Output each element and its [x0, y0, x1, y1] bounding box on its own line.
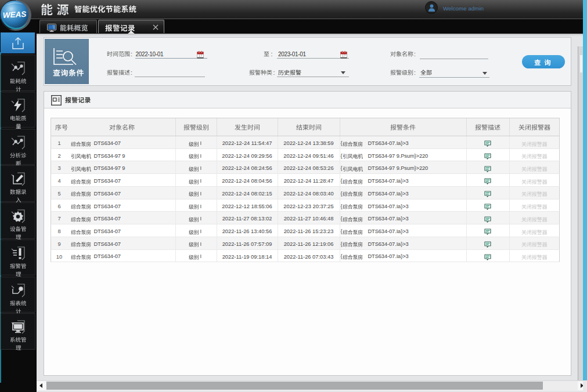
- svg-text:17: 17: [199, 54, 203, 57]
- svg-text:17: 17: [342, 54, 346, 57]
- svg-text:WEAS: WEAS: [2, 10, 26, 20]
